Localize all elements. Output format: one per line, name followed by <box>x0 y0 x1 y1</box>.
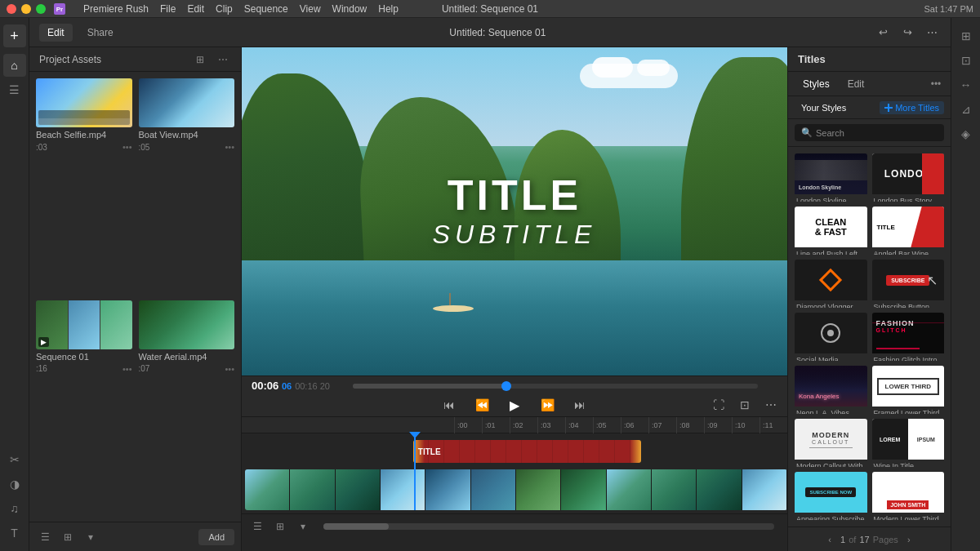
video-frame <box>652 469 697 510</box>
list-item[interactable]: Water Aerial.mp4 :07 ••• <box>139 300 235 516</box>
right-tool-1[interactable]: ⊞ <box>955 24 978 47</box>
playback-settings-button[interactable]: ⋯ <box>761 395 781 415</box>
title-card-clean-fast[interactable]: CLEAN& FAST Line and Push Left Title <box>795 207 867 255</box>
subtab-your-styles[interactable]: Your Styles <box>795 101 853 114</box>
tab-edit[interactable]: Edit <box>39 24 73 42</box>
title-card-london-bus[interactable]: LONDON London Bus Story for ... <box>872 153 945 202</box>
title-card-name: Wipe In Title Transition <box>872 460 945 467</box>
list-view-button[interactable]: ☰ <box>36 528 54 546</box>
redo-button[interactable]: ↪ <box>898 24 916 42</box>
title-card-appearing[interactable]: SUBSCRIBE NOW Appearing Subscribe ... <box>795 472 867 520</box>
close-button[interactable] <box>7 4 16 14</box>
title-card-diamond[interactable]: Diamond Vlogger Title <box>795 260 867 308</box>
titles-search-input[interactable]: 🔍 Search <box>795 124 944 141</box>
asset-options-icon[interactable]: ••• <box>122 364 132 374</box>
undo-button[interactable]: ↩ <box>874 24 892 42</box>
asset-options-icon[interactable]: ••• <box>225 142 234 152</box>
sidebar-titles-icon[interactable]: T <box>3 522 26 544</box>
menu-file[interactable]: File <box>155 3 180 15</box>
right-tool-4[interactable]: ⊿ <box>955 98 978 121</box>
video-frame <box>245 469 290 510</box>
step-forward-button[interactable]: ⏩ <box>537 395 557 415</box>
panel-list-view-icon[interactable]: ⊞ <box>192 51 208 68</box>
timeline-list-icon[interactable]: ☰ <box>248 518 266 535</box>
menu-clip[interactable]: Clip <box>211 3 238 15</box>
sidebar-home-icon[interactable]: ⌂ <box>3 54 26 77</box>
title-card-subscribe[interactable]: SUBSCRIBE ↖ Subscribe Button <box>872 260 945 308</box>
menu-help[interactable]: Help <box>373 3 403 15</box>
right-tool-2[interactable]: ⊡ <box>955 49 978 72</box>
titles-panel: Titles Styles Edit ••• Your Styles More … <box>787 47 951 551</box>
next-page-button[interactable]: › <box>902 532 916 547</box>
play-button[interactable]: ▶ <box>505 395 524 415</box>
minimize-button[interactable] <box>21 4 31 14</box>
sidebar-color-icon[interactable]: ◑ <box>3 473 26 495</box>
scrubber-container[interactable] <box>343 384 768 389</box>
more-options-button[interactable]: ⋯ <box>923 24 941 42</box>
add-asset-button[interactable]: Add <box>198 529 234 545</box>
step-back-button[interactable]: ⏪ <box>472 395 492 415</box>
scrub-thumb[interactable] <box>501 381 511 391</box>
water <box>242 260 787 375</box>
menu-sequence[interactable]: Sequence <box>239 3 293 15</box>
title-clip[interactable]: TITLE <box>413 440 641 463</box>
skip-to-start-button[interactable]: ⏮ <box>439 395 459 415</box>
panel-footer: ☰ ⊞ ▾ Add <box>29 522 241 551</box>
filter-button[interactable]: ▾ <box>82 528 100 546</box>
right-tool-3[interactable]: ↔ <box>955 73 978 96</box>
list-item[interactable]: ▶ Sequence 01 :16 ••• <box>36 300 132 516</box>
sidebar-audio-icon[interactable]: ♫ <box>3 497 26 520</box>
title-card-social[interactable]: Social Media Notificat... <box>795 313 867 361</box>
sidebar-menu-icon[interactable]: ☰ <box>3 78 26 101</box>
titles-tab-actions: ••• <box>928 76 944 92</box>
title-bar: Pr Premiere Rush File Edit Clip Sequence… <box>0 0 980 18</box>
tab-share[interactable]: Share <box>79 24 122 42</box>
fullscreen-button[interactable]: ⛶ <box>709 395 728 415</box>
title-track-content: TITLE <box>245 437 787 466</box>
asset-options-icon[interactable]: ••• <box>122 142 132 152</box>
window-title: Untitled: Sequence 01 <box>442 3 538 15</box>
title-card-neon[interactable]: Kona Angeles Neon L.A. Vibes Story ... <box>795 366 867 414</box>
timeline-scrubber[interactable] <box>353 384 758 389</box>
tab-edit[interactable]: Edit <box>840 75 873 93</box>
grid-view-button[interactable]: ⊞ <box>59 528 77 546</box>
title-card-callout[interactable]: MODERN CALLOUT Modern Callout With ... <box>795 419 867 467</box>
add-media-button[interactable]: + <box>3 24 26 47</box>
timeline-filter-icon[interactable]: ▾ <box>294 518 312 535</box>
timeline-scrollbar[interactable] <box>323 523 774 530</box>
title-card-wipe[interactable]: LOREM IPSUM Wipe In Title Transition <box>872 419 945 467</box>
title-card-fashion-glitch[interactable]: FASHION GLITCH Fashion Glitch Intro <box>872 313 945 361</box>
svg-text:Pr: Pr <box>56 6 63 13</box>
video-track-content <box>245 469 787 510</box>
export-frame-button[interactable]: ⊡ <box>735 395 755 415</box>
asset-duration: :03 <box>36 143 47 152</box>
sidebar-scissors-icon[interactable]: ✂ <box>3 448 26 471</box>
right-tool-5[interactable]: ◈ <box>955 122 978 145</box>
menu-premiere-rush[interactable]: Premiere Rush <box>78 3 154 15</box>
seq-frame <box>100 300 132 349</box>
title-card-modern-lower[interactable]: JOHN SMITH Modern Lower Third <box>872 472 945 520</box>
skip-to-end-button[interactable]: ⏭ <box>570 395 590 415</box>
title-card-angled[interactable]: TITLE Angled Bar Wipe Trans... <box>872 207 945 255</box>
asset-options-icon[interactable]: ••• <box>225 364 234 374</box>
timeline-grid-icon[interactable]: ⊞ <box>271 518 289 535</box>
clouds <box>580 64 678 88</box>
list-item[interactable]: Boat View.mp4 :05 ••• <box>139 78 235 294</box>
total-pages: 17 <box>859 535 869 544</box>
title-card-london-skyline[interactable]: London Skyline London Skyline Story ... <box>795 153 867 202</box>
asset-info: Water Aerial.mp4 <box>139 352 235 362</box>
panel-sort-icon[interactable]: ⋯ <box>215 51 231 68</box>
menu-view[interactable]: View <box>295 3 326 15</box>
prev-page-button[interactable]: ‹ <box>822 532 837 547</box>
tab-styles[interactable]: Styles <box>795 75 838 93</box>
asset-thumbnail <box>139 300 235 349</box>
titles-more-icon[interactable]: ••• <box>928 76 944 92</box>
time-marker: :04 <box>565 417 593 433</box>
maximize-button[interactable] <box>36 4 46 14</box>
more-titles-button[interactable]: More Titles <box>880 101 944 114</box>
menu-window[interactable]: Window <box>327 3 372 15</box>
scrollbar-thumb[interactable] <box>323 523 389 530</box>
list-item[interactable]: Beach Selfie.mp4 :03 ••• <box>36 78 132 294</box>
menu-edit[interactable]: Edit <box>182 3 209 15</box>
title-card-framed[interactable]: LOWER THIRD Framed Lower Third <box>872 366 945 414</box>
